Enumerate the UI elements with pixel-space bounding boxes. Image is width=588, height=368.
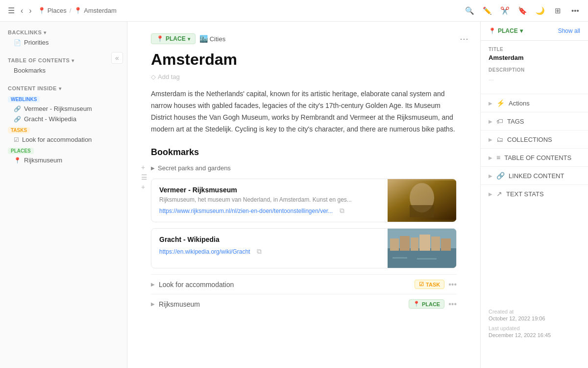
share-icon[interactable]: ✂️ <box>498 4 512 18</box>
add-tag-button[interactable]: ◇ Add tag <box>151 73 180 80</box>
content-inside-header[interactable]: CONTENT INSIDE ▾ <box>0 83 127 93</box>
sidebar-item-vermeer[interactable]: 🔗 Vermeer - Rijksmuseum <box>0 104 127 114</box>
bookmarks-section-title: Bookmarks <box>151 147 457 158</box>
collections-item[interactable]: ▶ 🗂 COLLECTIONS <box>481 130 588 148</box>
bookmarks-label: Bookmarks <box>14 67 46 74</box>
created-at-label: Created at <box>489 309 580 315</box>
last-updated-label: Last updated <box>489 325 580 331</box>
bookmark-vermeer-desc: Rijksmuseum, het museum van Nederland, i… <box>159 196 380 204</box>
sidebar-item-gracht[interactable]: 🔗 Gracht - Wikipedia <box>0 114 127 124</box>
title-meta-label: TITLE <box>489 47 580 52</box>
moon-icon[interactable]: 🌙 <box>533 4 547 18</box>
gracht-label: Gracht - Wikipedia <box>24 115 76 123</box>
place-badge-chevron: ▾ <box>188 36 190 42</box>
sidebar-item-priorities[interactable]: 📄 Priorities <box>0 37 127 48</box>
place-badge-item: 📍 PLACE <box>409 299 444 309</box>
bookmark-gracht-image <box>388 229 456 268</box>
toc-right-label: TABLE OF CONTENTS <box>504 154 571 161</box>
edit-icon[interactable]: ✏️ <box>480 4 494 18</box>
secret-parks-toggle[interactable]: ▶ Secret parks and gardens <box>151 163 457 173</box>
bookmark-vermeer-copy[interactable]: ⧉ <box>340 207 344 215</box>
more-icon[interactable]: ••• <box>568 4 582 18</box>
content-inside-section: CONTENT INSIDE ▾ WEBLINKS 🔗 Vermeer - Ri… <box>0 83 127 165</box>
bookmark-gracht-copy[interactable]: ⧉ <box>257 247 262 256</box>
menu-button[interactable]: ☰ <box>6 4 17 17</box>
link-icon-2: 🔗 <box>14 116 21 123</box>
accommodation-more[interactable]: ••• <box>448 280 457 289</box>
bookmark-icon[interactable]: 🔖 <box>515 4 529 18</box>
drag-handle[interactable]: ☰ <box>141 173 147 181</box>
task-icon: ☑ <box>14 136 19 143</box>
right-panel: 📍 PLACE ▾ Show all TITLE Amsterdam DESCR… <box>480 22 588 368</box>
content-header: 📍 PLACE ▾ 🏙️ Cities <box>151 33 457 44</box>
tasks-tag: TASKS <box>8 127 30 133</box>
accommodation-item-label[interactable]: Look for accommodation <box>159 281 234 289</box>
actions-icon: ⚡ <box>496 99 505 107</box>
place-selector[interactable]: 📍 PLACE ▾ <box>489 27 523 34</box>
rijksmuseum-item-left: ▶ Rijksmuseum <box>151 300 200 308</box>
place-icon-sidebar: 📍 <box>14 157 21 164</box>
place-selector-icon: 📍 <box>489 27 496 34</box>
actions-chevron: ▶ <box>489 101 492 106</box>
back-button[interactable]: ‹ <box>19 4 25 17</box>
breadcrumb-separator: / <box>70 7 72 14</box>
toc-chevron: ▾ <box>72 58 74 63</box>
backlinks-header[interactable]: BACKLINKS ▾ <box>0 27 127 37</box>
sidebar-item-accommodation[interactable]: ☑ Look for accommodation <box>0 134 127 145</box>
linked-content-item[interactable]: ▶ 🔗 LINKED CONTENT <box>481 166 588 184</box>
search-icon[interactable]: 🔍 <box>463 4 476 18</box>
place-badge-label: PLACE <box>166 35 186 42</box>
toc-right-item[interactable]: ▶ ≡ TABLE OF CONTENTS <box>481 148 588 166</box>
tags-label: TAGS <box>507 118 524 125</box>
svg-rect-13 <box>441 238 451 251</box>
accommodation-item-right: ☑ TASK ••• <box>415 280 457 289</box>
breadcrumb-places[interactable]: 📍 Places <box>38 7 67 14</box>
places-tag: PLACES <box>8 148 34 154</box>
collapse-sidebar-button[interactable]: « <box>111 52 123 64</box>
text-stats-item[interactable]: ▶ ↗ TEXT STATS <box>481 184 588 203</box>
breadcrumb-current-label: Amsterdam <box>84 7 116 14</box>
tags-icon: 🏷 <box>496 117 503 125</box>
rijksmuseum-item-label[interactable]: Rijksmuseum <box>159 300 200 308</box>
places-icon: 📍 <box>38 7 46 14</box>
last-updated-value: December 12, 2022 16:45 <box>489 332 580 338</box>
title-meta-value: Amsterdam <box>489 54 580 61</box>
layout-icon[interactable]: ⊞ <box>551 4 564 18</box>
task-badge: ☑ TASK <box>415 280 444 289</box>
backlinks-label: BACKLINKS <box>8 29 42 35</box>
sidebar-item-bookmarks[interactable]: Bookmarks <box>0 65 127 76</box>
bookmark-gracht-url[interactable]: https://en.wikipedia.org/wiki/Gracht <box>159 248 250 255</box>
sidebar-item-rijksmuseum[interactable]: 📍 Rijksmuseum <box>0 155 127 165</box>
actions-item[interactable]: ▶ ⚡ Actions <box>481 94 588 112</box>
secret-parks-label: Secret parks and gardens <box>158 164 231 172</box>
svg-rect-10 <box>411 237 418 251</box>
bookmark-gracht-content: Gracht - Wikipedia https://en.wikipedia.… <box>151 229 388 268</box>
content-item-rijksmuseum: ▶ Rijksmuseum 📍 PLACE ••• <box>151 294 457 314</box>
weblinks-tag-label: WEBLINKS <box>11 97 37 102</box>
backlinks-section: BACKLINKS ▾ 📄 Priorities <box>0 27 127 48</box>
breadcrumb-current[interactable]: 📍 Amsterdam <box>74 7 116 14</box>
bookmark-vermeer-url[interactable]: https://www.rijksmuseum.nl/nl/zien-en-do… <box>159 208 333 214</box>
place-badge[interactable]: 📍 PLACE ▾ <box>151 33 196 44</box>
toc-right-chevron: ▶ <box>489 155 492 160</box>
tags-item[interactable]: ▶ 🏷 TAGS <box>481 112 588 130</box>
cities-tag[interactable]: 🏙️ Cities <box>199 35 226 43</box>
linked-content-icon: 🔗 <box>496 172 505 180</box>
bookmark-vermeer-content: Vermeer - Rijksmuseum Rijksmuseum, het m… <box>151 179 388 222</box>
forward-button[interactable]: › <box>27 4 33 17</box>
text-stats-chevron: ▶ <box>489 191 492 197</box>
svg-rect-16 <box>417 258 437 260</box>
content-menu-dots[interactable]: ⋯ <box>460 33 468 44</box>
right-panel-top: 📍 PLACE ▾ Show all <box>481 22 588 41</box>
show-all-link[interactable]: Show all <box>558 27 580 34</box>
toc-label: TABLE OF CONTENTS <box>8 57 70 63</box>
main-layout: « BACKLINKS ▾ 📄 Priorities TABLE OF CONT… <box>0 22 588 368</box>
toc-header[interactable]: TABLE OF CONTENTS ▾ <box>0 55 127 65</box>
bookmark-gracht: Gracht - Wikipedia https://en.wikipedia.… <box>151 228 457 268</box>
add-above-button[interactable]: + <box>141 163 147 171</box>
rijksmuseum-more[interactable]: ••• <box>448 300 457 309</box>
add-below-button[interactable]: + <box>141 183 147 191</box>
svg-rect-12 <box>431 237 440 251</box>
svg-rect-15 <box>392 257 407 259</box>
svg-rect-3 <box>410 205 434 217</box>
